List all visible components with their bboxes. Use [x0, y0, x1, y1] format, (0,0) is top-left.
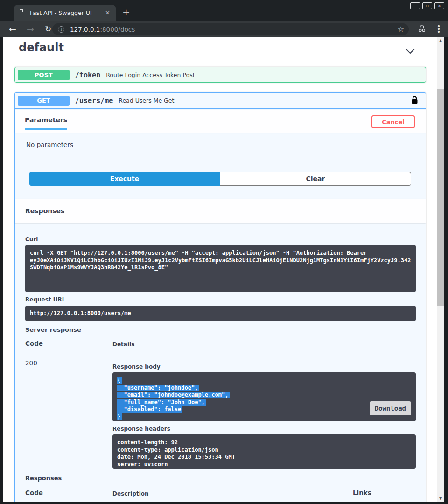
request-url-value: http://127.0.0.1:8000/users/me — [25, 306, 416, 321]
post-endpoint-summary: Route Login Access Token Post — [106, 71, 195, 78]
minimize-button[interactable]: — — [410, 2, 420, 9]
request-url-label: Request URL — [25, 296, 65, 303]
api-section-title[interactable]: default — [19, 41, 64, 54]
endpoint-post-token[interactable]: POST /token Route Login Access Token Pos… — [14, 67, 426, 83]
curl-command[interactable]: curl -X GET "http://127.0.0.1:8000/users… — [25, 245, 416, 292]
response-header-line: date: Mon, 24 Dec 2018 15:53:34 GMT — [117, 454, 411, 461]
browser-titlebar: Fast API - Swagger UI ✕ + — ▢ ✕ — [0, 0, 448, 21]
doc-links-header: Links — [353, 489, 371, 497]
bookmark-star-icon[interactable]: ☆ — [398, 25, 404, 34]
auth-lock-icon[interactable] — [411, 96, 418, 106]
server-response-title: Server response — [25, 326, 81, 333]
tab-close-icon[interactable]: ✕ — [103, 9, 112, 16]
response-headers: content-length: 92 content-type: applica… — [112, 434, 416, 469]
cancel-button[interactable]: Cancel — [371, 115, 415, 128]
response-body-line: "username": "johndoe", — [117, 385, 199, 391]
scroll-up-icon[interactable]: ▲ — [437, 37, 444, 44]
no-parameters-text: No parameters — [26, 141, 73, 148]
response-header-line: content-length: 92 — [117, 439, 411, 447]
url-path: :8000/docs — [100, 26, 135, 33]
response-headers-label: Response headers — [112, 426, 170, 432]
response-body[interactable]: { "username": "johndoe", "email": "johnd… — [112, 372, 416, 421]
post-endpoint-path: /token — [75, 71, 100, 79]
browser-menu-icon[interactable]: ••• — [437, 25, 440, 33]
doc-description-header: Description — [112, 490, 149, 497]
response-body-line: "full_name": "John Doe", — [117, 399, 206, 406]
close-button[interactable]: ✕ — [434, 2, 444, 9]
responses-section-header: Responses — [15, 199, 426, 223]
clear-button[interactable]: Clear — [220, 172, 411, 186]
page-info-icon[interactable]: i — [58, 26, 64, 33]
post-method-badge: POST — [18, 70, 70, 80]
tab-title: Fast API - Swagger UI — [30, 9, 103, 16]
curl-label: Curl — [25, 236, 38, 243]
parameters-header: Parameters Cancel — [15, 110, 426, 133]
scrollbar-thumb[interactable] — [437, 89, 444, 306]
response-body-line: "disabled": false — [117, 406, 182, 413]
execute-button[interactable]: Execute — [29, 172, 220, 186]
server-response-details-header: Details — [112, 341, 134, 348]
page-icon — [20, 9, 25, 16]
back-icon[interactable]: ← — [7, 24, 18, 34]
url-host: 127.0.0.1 — [70, 26, 100, 33]
section-divider — [9, 63, 426, 63]
chevron-down-icon[interactable] — [405, 48, 415, 56]
url-input[interactable]: i 127.0.0.1:8000/docs ☆ — [52, 23, 409, 35]
browser-addressbar: ← → ↻ i 127.0.0.1:8000/docs ☆ ••• — [0, 21, 448, 37]
status-code: 200 — [25, 359, 37, 367]
maximize-button[interactable]: ▢ — [422, 2, 432, 9]
browser-tab[interactable]: Fast API - Swagger UI ✕ — [14, 5, 116, 21]
get-endpoint-header[interactable]: GET /users/me Read Users Me Get — [15, 93, 426, 109]
response-body-line: } — [117, 413, 122, 420]
reload-icon[interactable]: ↻ — [43, 24, 53, 34]
swagger-page: default POST /token Route Login Access T… — [3, 37, 437, 502]
tab-parameters[interactable]: Parameters — [25, 116, 67, 130]
response-header-line: server: uvicorn — [117, 461, 411, 469]
documented-responses-title: Responses — [25, 475, 62, 482]
get-endpoint-path: /users/me — [75, 97, 113, 105]
response-header-line: content-type: application/json — [117, 447, 411, 454]
page-scrollbar[interactable]: ▲ ▼ — [437, 37, 444, 502]
response-body-line: "email": "johndoe@example.com", — [117, 392, 230, 398]
get-method-badge: GET — [18, 96, 70, 106]
forward-icon[interactable]: → — [25, 24, 35, 34]
responses-title: Responses — [25, 207, 64, 215]
doc-code-header: Code — [25, 489, 43, 497]
get-endpoint-summary: Read Users Me Get — [119, 97, 174, 104]
table-divider — [25, 352, 416, 352]
incognito-icon — [417, 25, 427, 35]
endpoint-get-users-me: GET /users/me Read Users Me Get Paramete… — [14, 92, 426, 502]
response-body-line: { — [117, 377, 122, 384]
server-response-code-header: Code — [25, 340, 43, 347]
window-border — [444, 37, 448, 504]
scroll-down-icon[interactable]: ▼ — [437, 496, 444, 502]
response-body-label: Response body — [112, 364, 161, 370]
new-tab-button[interactable]: + — [122, 7, 130, 18]
table-divider — [25, 501, 416, 501]
download-button[interactable]: Download — [370, 401, 411, 415]
